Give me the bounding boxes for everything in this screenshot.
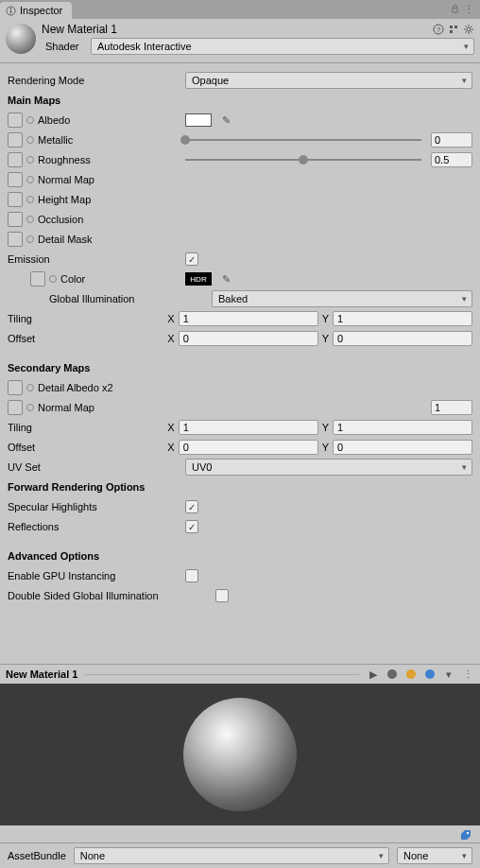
- svg-rect-8: [450, 30, 453, 33]
- gi-label: Global Illumination: [8, 293, 185, 304]
- secondary-normal-input[interactable]: [431, 400, 472, 415]
- detail-albedo-label: Detail Albedo x2: [38, 382, 113, 393]
- albedo-texture-slot[interactable]: [8, 113, 23, 128]
- albedo-label: Albedo: [38, 114, 70, 126]
- metallic-picker-icon[interactable]: [26, 136, 34, 144]
- material-name: New Material 1: [42, 23, 117, 36]
- roughness-input[interactable]: [431, 152, 472, 167]
- shader-dropdown[interactable]: Autodesk Interactive: [91, 38, 474, 55]
- help-icon[interactable]: ?: [433, 24, 444, 35]
- svg-point-9: [467, 27, 471, 31]
- detail-albedo-texture-slot[interactable]: [8, 380, 23, 395]
- gear-icon[interactable]: [463, 24, 474, 35]
- asset-bundle-footer: AssetBundle None None: [0, 842, 480, 868]
- gpu-instancing-checkbox[interactable]: [185, 569, 198, 582]
- offset-x-input[interactable]: [179, 331, 318, 346]
- preview-sphere: [183, 698, 297, 811]
- secondary-normal-label: Normal Map: [38, 402, 94, 413]
- svg-line-17: [466, 31, 468, 33]
- detail-albedo-picker-icon[interactable]: [26, 384, 34, 391]
- advanced-heading: Advanced Options: [8, 550, 185, 562]
- gpu-instancing-label: Enable GPU Instancing: [8, 570, 185, 582]
- occlusion-label: Occlusion: [38, 214, 83, 225]
- metallic-input[interactable]: [431, 132, 472, 148]
- height-map-texture-slot[interactable]: [8, 192, 23, 207]
- roughness-texture-slot[interactable]: [8, 152, 23, 167]
- roughness-picker-icon[interactable]: [26, 156, 34, 164]
- metallic-label: Metallic: [38, 134, 73, 146]
- metallic-slider[interactable]: [185, 133, 421, 147]
- label-icon[interactable]: [459, 828, 472, 842]
- uv-set-dropdown[interactable]: UV0: [185, 459, 472, 476]
- specular-checkbox[interactable]: [185, 500, 198, 513]
- material-header: New Material 1 ? Shader Autodesk Interac…: [0, 19, 480, 59]
- offset-label: Offset: [8, 333, 167, 344]
- offset-y-input[interactable]: [333, 331, 472, 346]
- sphere-preview-icon[interactable]: [386, 668, 399, 681]
- secondary-tiling-x-input[interactable]: [179, 420, 318, 435]
- svg-rect-3: [453, 8, 458, 12]
- occlusion-picker-icon[interactable]: [26, 216, 34, 223]
- secondary-normal-texture-slot[interactable]: [8, 400, 23, 415]
- emission-color-texture-slot[interactable]: [30, 271, 45, 286]
- reflections-label: Reflections: [8, 521, 185, 532]
- asset-bundle-dropdown[interactable]: None: [74, 847, 389, 864]
- tiling-x-input[interactable]: [179, 311, 318, 326]
- svg-line-15: [471, 31, 472, 33]
- preview-area[interactable]: [0, 684, 480, 825]
- reflections-checkbox[interactable]: [185, 520, 198, 533]
- eyedropper-icon[interactable]: ✎: [219, 272, 232, 286]
- lock-icon[interactable]: [450, 4, 460, 16]
- menu-icon[interactable]: ⋮: [464, 4, 474, 16]
- presets-icon[interactable]: [448, 24, 459, 35]
- detail-mask-label: Detail Mask: [38, 234, 92, 245]
- lighting-preview-icon[interactable]: [404, 668, 418, 681]
- menu-icon[interactable]: ⋮: [461, 668, 474, 681]
- preview-header: New Material 1 ▶ ▾ ⋮: [0, 664, 480, 684]
- rendering-mode-dropdown[interactable]: Opaque: [185, 72, 472, 89]
- emission-label: Emission: [8, 253, 185, 265]
- emission-color-picker-icon[interactable]: [49, 275, 57, 283]
- height-map-picker-icon[interactable]: [26, 196, 34, 203]
- secondary-tiling-label: Tiling: [8, 422, 167, 433]
- chevron-down-icon[interactable]: ▾: [442, 668, 455, 681]
- metallic-texture-slot[interactable]: [8, 132, 23, 148]
- tab-title: Inspector: [20, 5, 62, 16]
- tiling-y-input[interactable]: [333, 311, 472, 326]
- albedo-color-swatch[interactable]: [185, 113, 212, 127]
- material-thumbnail[interactable]: [6, 24, 36, 54]
- secondary-normal-picker-icon[interactable]: [26, 404, 34, 411]
- eyedropper-icon[interactable]: ✎: [219, 113, 232, 127]
- detail-mask-picker-icon[interactable]: [26, 235, 34, 243]
- inspector-tab[interactable]: Inspector: [0, 2, 72, 19]
- svg-point-18: [387, 669, 397, 679]
- dsgi-checkbox[interactable]: [215, 589, 229, 602]
- albedo-picker-icon[interactable]: [26, 116, 34, 124]
- shader-label: Shader: [42, 41, 85, 52]
- asset-bundle-label: AssetBundle: [8, 850, 66, 861]
- material-properties: Rendering Mode Opaque Main Maps Albedo ✎…: [0, 67, 480, 664]
- secondary-maps-heading: Secondary Maps: [8, 362, 185, 373]
- svg-rect-6: [450, 26, 453, 28]
- secondary-offset-y-input[interactable]: [333, 440, 472, 455]
- svg-text:?: ?: [437, 26, 441, 34]
- gi-dropdown[interactable]: Baked: [212, 290, 472, 307]
- svg-line-14: [466, 26, 468, 28]
- normal-map-picker-icon[interactable]: [26, 176, 34, 183]
- occlusion-texture-slot[interactable]: [8, 212, 23, 227]
- roughness-slider[interactable]: [185, 153, 421, 166]
- uv-set-label: UV Set: [8, 461, 185, 473]
- svg-point-19: [406, 669, 416, 679]
- secondary-offset-x-input[interactable]: [179, 440, 318, 455]
- detail-mask-texture-slot[interactable]: [8, 232, 23, 247]
- emission-color-label: Color: [60, 273, 85, 285]
- secondary-tiling-y-input[interactable]: [333, 420, 472, 435]
- secondary-offset-label: Offset: [8, 442, 167, 453]
- reflection-preview-icon[interactable]: [423, 668, 437, 681]
- normal-map-texture-slot[interactable]: [8, 172, 23, 187]
- emission-checkbox[interactable]: [185, 252, 198, 266]
- asset-bundle-variant-dropdown[interactable]: None: [397, 847, 472, 864]
- svg-point-2: [10, 8, 12, 9]
- emission-hdr-swatch[interactable]: HDR: [185, 272, 212, 286]
- play-icon[interactable]: ▶: [367, 668, 380, 681]
